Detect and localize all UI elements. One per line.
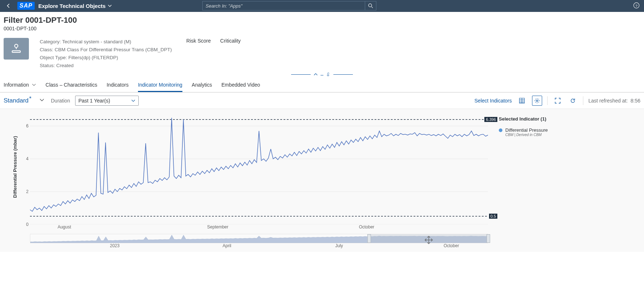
tab-label: Indicators (107, 82, 129, 88)
variant-selector[interactable]: Standard * (4, 97, 29, 104)
chevron-down-icon (131, 99, 135, 103)
shell-search (202, 1, 376, 10)
fullscreen-icon (555, 98, 561, 104)
select-indicators-button[interactable]: Select Indicators (475, 98, 512, 104)
chart-plot[interactable]: 6.3960.5 (30, 116, 488, 224)
legend-swatch (499, 128, 502, 132)
variant-name: Standard (4, 97, 29, 104)
page-header: Filter 0001-DPT-100 0001-DPT-100 (0, 12, 644, 33)
range-handle-right[interactable] (487, 234, 490, 243)
chevron-down-icon (108, 4, 112, 8)
content: Standard * Duration Past 1 Year(s) Selec… (0, 92, 644, 252)
pin-button[interactable] (326, 72, 330, 78)
legend-title: Selected Indicator (1) (499, 116, 560, 122)
svg-text:?: ? (635, 3, 637, 7)
page-title: Filter 0001-DPT-100 (4, 16, 640, 25)
tab-bar: Information Class – Characteristics Indi… (0, 78, 644, 92)
tab-label: Class – Characteristics (46, 82, 97, 88)
criticality-label: Criticality (220, 38, 241, 44)
tab-class-characteristics[interactable]: Class – Characteristics (46, 78, 97, 92)
chevron-down-icon (39, 97, 44, 102)
chart-legend: Selected Indicator (1) Differential Pres… (488, 116, 560, 250)
tab-label: Analytics (192, 82, 212, 88)
chart-area: Differential Pressure (mbar) 0246 6.3960… (0, 109, 644, 252)
svg-point-0 (369, 4, 372, 7)
legend-item-sub: CBM | Derived in CBM (505, 133, 548, 137)
tab-information[interactable]: Information (4, 78, 36, 92)
chart-toolbar: Standard * Duration Past 1 Year(s) Selec… (0, 93, 644, 109)
header-collapse-bar: – (0, 70, 644, 78)
filter-equipment-icon (10, 42, 23, 55)
legend-item-name: Differential Pressure (505, 127, 548, 133)
last-refreshed: Last refreshed at: 8:56 (588, 98, 640, 104)
status-value: Created (56, 63, 74, 68)
search-icon (368, 3, 373, 8)
variant-dropdown-button[interactable] (39, 97, 44, 104)
shell-header: SAP Explore Technical Objects ? (0, 0, 644, 12)
tab-label: Embedded Video (221, 82, 260, 88)
object-type-value: Filters(dp) (FILTERDP) (68, 55, 118, 60)
table-icon (519, 98, 525, 104)
fullscreen-button[interactable] (553, 96, 563, 106)
search-button[interactable] (365, 1, 376, 10)
object-meta: Category: Technical system - standard (M… (40, 38, 172, 70)
category-label: Category: (40, 39, 61, 44)
refresh-button[interactable] (568, 96, 578, 106)
shell-app-title-text: Explore Technical Objects (38, 3, 105, 9)
tab-indicators[interactable]: Indicators (107, 78, 129, 92)
page-subtitle: 0001-DPT-100 (4, 26, 640, 31)
category-value: Technical system - standard (M) (62, 39, 131, 44)
duration-label: Duration (51, 98, 70, 104)
range-handle-left[interactable] (367, 234, 371, 243)
search-input[interactable] (202, 1, 365, 10)
tab-indicator-monitoring[interactable]: Indicator Monitoring (138, 78, 182, 92)
duration-select[interactable]: Past 1 Year(s) (75, 96, 139, 106)
tab-analytics[interactable]: Analytics (192, 78, 212, 92)
risk-score-label: Risk Score (186, 38, 211, 44)
x-axis: AugustSeptemberOctober (30, 224, 488, 232)
class-label: Class: (40, 47, 53, 52)
y-axis-label: Differential Pressure (mbar) (11, 136, 19, 198)
object-info: Category: Technical system - standard (M… (0, 33, 644, 70)
table-view-button[interactable] (517, 96, 527, 106)
object-scores: Risk Score Criticality (186, 38, 241, 44)
object-type-label: Object Type: (40, 55, 67, 60)
tab-label: Information (4, 82, 29, 88)
tab-embedded-video[interactable]: Embedded Video (221, 78, 260, 92)
legend-item[interactable]: Differential Pressure CBM | Derived in C… (499, 127, 560, 137)
gear-icon (534, 98, 540, 104)
refresh-icon (570, 98, 576, 104)
overview-scrollbar[interactable] (30, 234, 488, 243)
back-button[interactable] (3, 0, 14, 11)
status-label: Status: (40, 63, 55, 68)
y-axis: 0246 (19, 116, 30, 224)
overview-x-axis: 2023AprilJulyOctober (30, 243, 488, 250)
chevron-down-icon (32, 83, 36, 87)
class-value: CBM Class For Differential Pressur Trans… (55, 47, 172, 52)
svg-point-5 (536, 100, 538, 101)
shell-app-title[interactable]: Explore Technical Objects (38, 3, 112, 9)
duration-value: Past 1 Year(s) (78, 98, 110, 104)
help-button[interactable]: ? (633, 2, 640, 10)
help-icon: ? (633, 2, 640, 9)
range-window[interactable] (369, 234, 488, 243)
svg-point-3 (15, 44, 18, 47)
sap-logo: SAP (17, 2, 35, 10)
settings-button[interactable] (532, 96, 542, 106)
collapse-button[interactable] (314, 72, 318, 78)
object-icon (4, 38, 29, 60)
tab-label: Indicator Monitoring (138, 82, 182, 88)
